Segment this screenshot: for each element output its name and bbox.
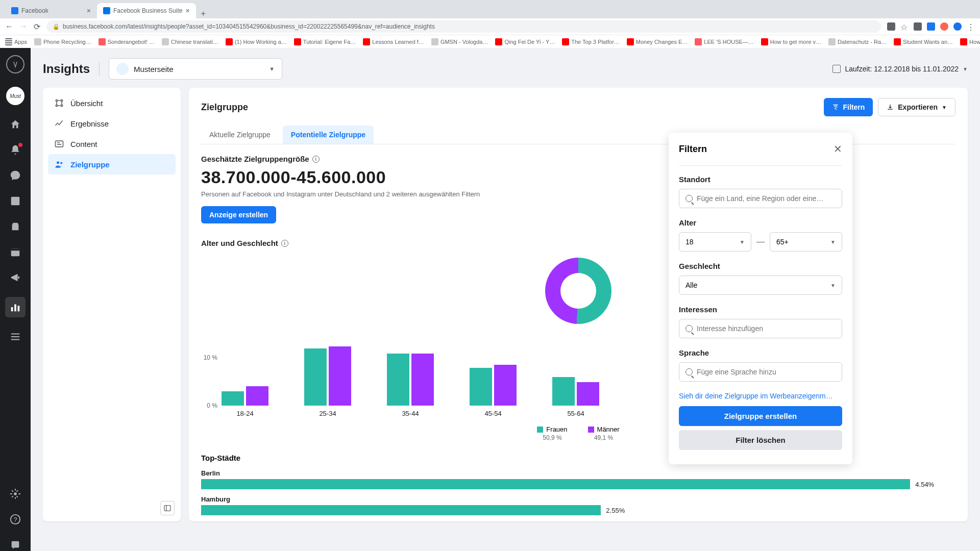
back-icon[interactable]: ← <box>5 22 13 31</box>
bar-group <box>304 334 351 406</box>
audience-icon <box>54 159 64 169</box>
bar-women <box>304 348 327 406</box>
x-tick: 25-34 <box>304 410 351 417</box>
forward-icon[interactable]: → <box>19 22 28 31</box>
bookmark-item[interactable]: Lessons Learned f… <box>363 38 424 45</box>
bar-women <box>222 391 244 406</box>
nav-results[interactable]: Ergebnisse <box>48 113 176 134</box>
bar-women <box>470 368 492 406</box>
language-input[interactable] <box>679 362 842 382</box>
x-tick: 18-24 <box>222 410 268 417</box>
ads-manager-link[interactable]: Sieh dir deine Zielgruppe im Werbeanzeig… <box>679 392 842 400</box>
bookmark-item[interactable]: LEE 'S HOUSE—… <box>695 38 753 45</box>
bookmark-item[interactable]: Student Wants an… <box>894 38 953 45</box>
bookmark-item[interactable]: Phone Recycling… <box>34 38 91 45</box>
meta-logo-icon[interactable] <box>6 55 24 73</box>
collapse-sidebar-icon[interactable] <box>160 501 175 515</box>
bar-men <box>246 386 268 406</box>
reload-icon[interactable]: ⟳ <box>34 22 40 32</box>
date-range-selector[interactable]: Laufzeit: 12.12.2018 bis 11.01.2022 ▼ <box>832 65 968 73</box>
bar-group <box>387 334 434 406</box>
youtube-icon <box>960 38 967 45</box>
city-bar <box>201 479 910 489</box>
site-icon <box>828 38 836 45</box>
export-button[interactable]: Exportieren▼ <box>878 98 955 116</box>
bookmark-item[interactable]: GMSN - Vologda… <box>431 38 488 45</box>
site-icon <box>431 38 438 45</box>
filter-button[interactable]: Filtern <box>824 98 873 116</box>
bookmark-item[interactable]: Qing Fei De Yi - Y… <box>495 38 555 45</box>
bookmark-item[interactable]: Sonderangebot! … <box>99 38 155 45</box>
insights-icon[interactable] <box>5 297 26 317</box>
nav-content[interactable]: Content <box>48 134 176 154</box>
bookmark-item[interactable]: Money Changes E… <box>627 38 688 45</box>
feedback-icon[interactable] <box>9 539 21 551</box>
donut-chart <box>545 258 611 324</box>
clear-filter-button[interactable]: Filter löschen <box>679 430 842 450</box>
home-icon[interactable] <box>9 118 21 131</box>
bookmark-item[interactable]: How To Add Acc… <box>960 38 980 45</box>
location-field[interactable] <box>697 194 836 203</box>
bookmark-item[interactable]: Tutorial: Eigene Fa… <box>294 38 356 45</box>
commerce-icon[interactable] <box>9 220 21 233</box>
new-tab-button[interactable]: + <box>196 9 211 18</box>
section-nav: Übersicht Ergebnisse Content Zielgruppe <box>43 88 181 521</box>
browser-tab[interactable]: Facebook× <box>5 3 97 18</box>
apps-button[interactable]: Apps <box>5 38 27 45</box>
extension-icon[interactable] <box>927 22 935 31</box>
info-icon[interactable]: i <box>281 240 288 247</box>
star-icon[interactable]: ☆ <box>900 22 909 31</box>
close-icon[interactable]: ✕ <box>834 143 842 155</box>
close-icon[interactable]: × <box>87 7 91 15</box>
help-icon[interactable]: ? <box>9 513 21 525</box>
interests-field[interactable] <box>697 324 836 333</box>
youtube-icon <box>363 38 370 45</box>
calendar-icon[interactable] <box>9 246 21 258</box>
url-field[interactable]: 🔒business.facebook.com/latest/insights/p… <box>46 20 881 33</box>
create-audience-button[interactable]: Zielgruppe erstellen <box>679 406 842 426</box>
location-input[interactable] <box>679 189 842 208</box>
messages-icon[interactable] <box>9 169 21 182</box>
bookmark-item[interactable]: (1) How Working a… <box>226 38 287 45</box>
create-ad-button[interactable]: Anzeige erstellen <box>201 206 276 223</box>
posts-icon[interactable] <box>9 195 21 207</box>
svg-point-15 <box>57 161 59 164</box>
y-tick: 0 % <box>207 402 217 409</box>
language-field[interactable] <box>697 368 836 376</box>
all-tools-icon[interactable] <box>9 331 21 343</box>
svg-point-16 <box>60 162 62 164</box>
bookmark-item[interactable]: How to get more v… <box>761 38 821 45</box>
tab-potential-audience[interactable]: Potentielle Zielgruppe <box>283 126 374 144</box>
bar-women <box>552 377 575 406</box>
settings-icon[interactable] <box>9 488 21 500</box>
bell-icon[interactable] <box>9 144 21 156</box>
ads-icon[interactable] <box>9 271 21 284</box>
tab-current-audience[interactable]: Aktuelle Zielgruppe <box>201 126 279 144</box>
page-selector[interactable]: Musterseite ▼ <box>109 58 282 80</box>
extension-icon[interactable] <box>914 22 922 31</box>
bookmark-item[interactable]: The Top 3 Platfor… <box>562 38 620 45</box>
address-bar: ← → ⟳ 🔒business.facebook.com/latest/insi… <box>0 18 980 35</box>
close-icon[interactable]: × <box>185 7 189 15</box>
svg-rect-2 <box>11 249 20 251</box>
top-bar: Insights Musterseite ▼ Laufzeit: 12.12.2… <box>43 58 968 80</box>
gender-select[interactable]: Alle▼ <box>679 276 842 295</box>
info-icon[interactable]: i <box>312 156 320 163</box>
nav-overview[interactable]: Übersicht <box>48 93 176 113</box>
menu-icon[interactable]: ⋮ <box>967 22 975 31</box>
browser-tab[interactable]: Facebook Business Suite× <box>97 3 196 18</box>
age-label: Alter <box>679 218 842 227</box>
extension-icon[interactable] <box>940 22 948 31</box>
extension-icon[interactable] <box>887 22 895 31</box>
search-icon <box>685 368 693 375</box>
nav-audience[interactable]: Zielgruppe <box>48 154 176 174</box>
extension-icon[interactable] <box>953 22 962 31</box>
svg-point-11 <box>61 99 62 101</box>
bookmark-item[interactable]: Datenschutz - Ra… <box>828 38 887 45</box>
age-min-select[interactable]: 18▼ <box>679 232 751 252</box>
bookmark-item[interactable]: Chinese translati… <box>162 38 218 45</box>
page-avatar[interactable]: Must <box>6 87 24 105</box>
age-max-select[interactable]: 65+▼ <box>770 232 842 252</box>
nav-rail: Must ? <box>0 48 31 551</box>
interests-input[interactable] <box>679 319 842 338</box>
